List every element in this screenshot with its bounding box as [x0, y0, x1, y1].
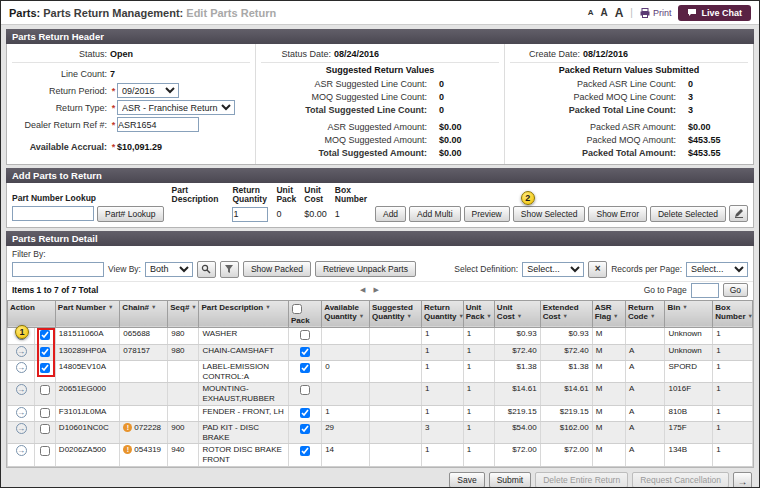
cell-unit-cost: $14.61: [494, 383, 540, 405]
save-button[interactable]: Save: [449, 472, 484, 488]
cell-part-number: F3101JL0MA: [55, 405, 120, 422]
edit-icon-button[interactable]: [729, 205, 748, 222]
pack-checkbox[interactable]: [300, 446, 310, 456]
pack-checkbox[interactable]: [300, 385, 310, 395]
print-button[interactable]: Print: [640, 8, 672, 18]
cell-bin: Unknown: [665, 344, 713, 361]
row-select-checkbox[interactable]: [40, 330, 50, 340]
parts-return-detail-panel: Filter By: View By: Both Show Packed Ret…: [6, 246, 754, 468]
col-seq[interactable]: Seq#: [168, 300, 199, 327]
add-button[interactable]: Add: [375, 206, 406, 222]
add-multi-button[interactable]: Add Multi: [409, 206, 460, 222]
prev-page-icon[interactable]: [360, 286, 368, 293]
retrieve-unpack-parts-button[interactable]: Retrieve Unpack Parts: [315, 261, 416, 277]
pack-all-checkbox[interactable]: [292, 304, 302, 314]
cell-suggested-quantity: [370, 405, 422, 422]
pack-checkbox[interactable]: [300, 408, 310, 418]
show-selected-button[interactable]: Show Selected: [513, 206, 586, 222]
part-lookup-button[interactable]: Part# Lookup: [97, 206, 164, 222]
preview-button[interactable]: Preview: [464, 206, 510, 222]
col-extended-cost[interactable]: Extended Cost: [540, 300, 592, 327]
delete-selected-button[interactable]: Delete Selected: [650, 206, 726, 222]
font-size-large-button[interactable]: A: [615, 7, 624, 19]
filter-funnel-button[interactable]: [220, 261, 239, 278]
cell-box-number: 1: [713, 361, 753, 383]
cell-chain: [120, 383, 168, 405]
pack-checkbox[interactable]: [300, 330, 310, 340]
return-type-select[interactable]: ASR - Franchise Return: [117, 100, 235, 115]
unit-pack-label: Unit Pack: [276, 186, 296, 205]
unit-pack-value: 0: [276, 207, 296, 222]
row-action-cell: [8, 361, 35, 383]
row-detail-arrow-icon[interactable]: [16, 423, 27, 434]
col-unit-cost[interactable]: Unit Cost: [494, 300, 540, 327]
row-detail-arrow-icon[interactable]: [16, 407, 27, 418]
clear-definition-button[interactable]: ×: [588, 261, 607, 278]
live-chat-button[interactable]: Live Chat: [678, 5, 751, 21]
go-button[interactable]: Go: [723, 283, 748, 297]
col-asr-flag[interactable]: ASR Flag: [592, 300, 625, 327]
return-quantity-group: Return Quantity: [232, 186, 268, 222]
pack-checkbox[interactable]: [300, 347, 310, 357]
row-select-checkbox[interactable]: [40, 347, 50, 357]
value-label: Packed MOQ Line Count:: [510, 92, 676, 102]
go-to-page-input[interactable]: [691, 283, 719, 298]
filter-input[interactable]: [12, 262, 104, 277]
cell-return-code: A: [625, 383, 665, 405]
chain-value: 072228: [134, 423, 161, 432]
next-page-icon[interactable]: [373, 286, 381, 293]
col-suggested-quantity[interactable]: Suggested Quantity: [370, 300, 422, 327]
col-part-description[interactable]: Part Description: [199, 300, 288, 327]
cell-asr-flag: M: [592, 328, 625, 345]
row-select-checkbox[interactable]: [40, 363, 50, 373]
row-detail-arrow-icon[interactable]: [16, 346, 27, 357]
cell-chain: 072228: [120, 422, 168, 444]
font-size-small-button[interactable]: A: [588, 9, 594, 17]
row-select-checkbox[interactable]: [40, 446, 50, 456]
view-by-select[interactable]: Both: [145, 262, 193, 277]
return-period-select[interactable]: 09/2016: [117, 83, 179, 98]
col-return-quantity[interactable]: Return Quantity: [422, 300, 464, 327]
col-chain[interactable]: Chain#: [120, 300, 168, 327]
col-available-quantity[interactable]: Available Quantity: [322, 300, 370, 327]
col-return-code[interactable]: Return Code: [625, 300, 665, 327]
records-per-page-select[interactable]: Select...: [686, 262, 748, 277]
cell-unit-cost: $0.93: [494, 328, 540, 345]
cell-box-number: 1: [713, 383, 753, 405]
font-size-medium-button[interactable]: A: [600, 8, 607, 18]
col-box-number[interactable]: Box Number: [713, 300, 753, 327]
cell-return-quantity: 1: [422, 328, 464, 345]
show-error-button[interactable]: Show Error: [588, 206, 647, 222]
submit-button[interactable]: Submit: [489, 472, 531, 488]
dealer-return-ref-row: Dealer Return Ref #: *: [12, 116, 250, 133]
dealer-return-ref-input[interactable]: [117, 117, 199, 132]
value-amount: $0.00: [427, 135, 499, 145]
col-part-number[interactable]: Part Number: [55, 300, 120, 327]
col-bin[interactable]: Bin: [665, 300, 713, 327]
part-number-lookup-input[interactable]: [12, 206, 94, 221]
row-select-cell: [35, 383, 56, 405]
print-icon: [640, 8, 650, 18]
col-pack[interactable]: Pack: [288, 300, 321, 327]
row-select-checkbox[interactable]: [40, 424, 50, 434]
cell-extended-cost: $162.00: [540, 422, 592, 444]
pack-checkbox[interactable]: [300, 363, 310, 373]
value-label: Packed Total Amount:: [510, 148, 676, 158]
row-detail-arrow-icon[interactable]: [16, 362, 27, 373]
row-detail-arrow-icon[interactable]: [16, 384, 27, 395]
col-unit-pack[interactable]: Unit Pack: [463, 300, 494, 327]
cell-unit-pack: 1: [463, 328, 494, 345]
search-button[interactable]: [197, 261, 216, 278]
select-definition-select[interactable]: Select...: [522, 262, 584, 277]
row-select-checkbox[interactable]: [40, 408, 50, 418]
create-date-row: Create Date: 08/12/2016: [510, 46, 748, 63]
return-quantity-input[interactable]: [232, 207, 268, 222]
row-select-cell: [35, 361, 56, 383]
row-detail-arrow-icon[interactable]: [16, 445, 27, 456]
pack-checkbox[interactable]: [300, 424, 310, 434]
forward-icon-button[interactable]: [733, 472, 752, 488]
cell-chain: 054319: [120, 444, 168, 466]
cell-extended-cost: $1.38: [540, 361, 592, 383]
row-select-checkbox[interactable]: [40, 385, 50, 395]
show-packed-button[interactable]: Show Packed: [243, 261, 311, 277]
